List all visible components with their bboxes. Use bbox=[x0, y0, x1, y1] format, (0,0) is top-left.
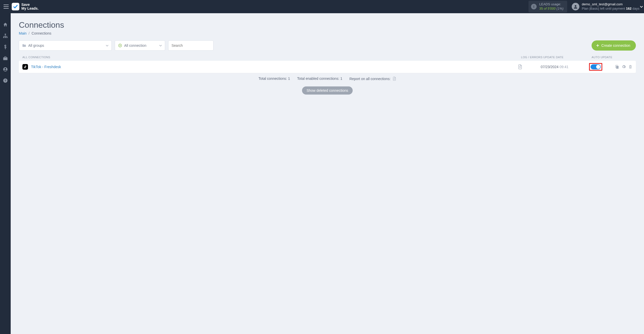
info-icon bbox=[531, 4, 537, 9]
briefcase-icon[interactable] bbox=[3, 55, 8, 61]
brand-line2: My Leads. bbox=[21, 7, 39, 10]
totals-row: Total connections: 1 Total enabled conne… bbox=[19, 77, 636, 81]
svg-rect-6 bbox=[6, 37, 7, 38]
document-icon[interactable] bbox=[393, 77, 396, 81]
row-actions bbox=[614, 65, 632, 69]
page-title: Connections bbox=[19, 20, 636, 30]
svg-point-2 bbox=[575, 5, 576, 7]
search-input[interactable] bbox=[171, 43, 210, 48]
show-deleted-button[interactable]: Show deleted connections bbox=[302, 86, 353, 95]
svg-rect-13 bbox=[616, 66, 619, 69]
create-connection-label: Create connection bbox=[601, 43, 630, 48]
topbar: Save My Leads. LEADS usage: 35 of 5'000 … bbox=[0, 0, 644, 13]
sidebar: ? bbox=[0, 13, 11, 334]
column-auto: AUTO UPDATE bbox=[592, 56, 632, 59]
toggle-highlight-box bbox=[589, 63, 602, 71]
auto-update-toggle[interactable] bbox=[591, 64, 601, 69]
svg-point-0 bbox=[534, 6, 534, 6]
leads-usage-badge[interactable]: LEADS usage: 35 of 5'000 (1%) bbox=[528, 1, 567, 12]
chevron-down-icon[interactable] bbox=[639, 5, 643, 9]
table-row: TikTok - Freshdesk 07/23/2024 09:41 bbox=[19, 61, 636, 73]
status-select[interactable]: All connection bbox=[115, 40, 165, 51]
update-date: 07/23/2024 09:41 bbox=[541, 65, 589, 69]
svg-rect-7 bbox=[3, 57, 8, 60]
total-enabled: Total enabled connections: 1 bbox=[297, 77, 342, 81]
svg-rect-3 bbox=[5, 34, 6, 35]
user-email: demo_sml_test@gmail.com bbox=[582, 2, 639, 7]
tiktok-icon bbox=[22, 64, 28, 70]
search-box bbox=[168, 40, 213, 51]
avatar-icon bbox=[572, 3, 579, 10]
brand-name: Save My Leads. bbox=[21, 3, 39, 10]
sitemap-icon[interactable] bbox=[3, 33, 8, 39]
chevron-down-icon bbox=[105, 44, 109, 47]
user-text: demo_sml_test@gmail.com Plan |Basic| lef… bbox=[582, 2, 639, 11]
help-icon[interactable]: ? bbox=[3, 78, 8, 83]
home-icon[interactable] bbox=[3, 22, 8, 27]
brand-line1: Save bbox=[21, 3, 39, 7]
folder-icon bbox=[22, 44, 26, 47]
user-menu[interactable]: demo_sml_test@gmail.com Plan |Basic| lef… bbox=[572, 2, 639, 11]
log-button[interactable] bbox=[518, 64, 541, 69]
svg-rect-4 bbox=[3, 37, 4, 38]
breadcrumb-main[interactable]: Main bbox=[19, 31, 26, 35]
column-log: LOG / ERRORS bbox=[520, 56, 543, 59]
create-connection-button[interactable]: Create connection bbox=[592, 40, 636, 51]
groups-select-label: All groups bbox=[28, 43, 44, 48]
gear-icon[interactable] bbox=[622, 65, 626, 69]
column-name: ALL CONNECTIONS bbox=[22, 56, 520, 59]
logo-icon bbox=[12, 3, 19, 10]
svg-rect-1 bbox=[534, 6, 534, 8]
chevron-down-icon bbox=[159, 44, 162, 47]
user-icon[interactable] bbox=[3, 67, 8, 72]
breadcrumb: Main / Connections bbox=[19, 31, 636, 35]
leads-label: LEADS usage: bbox=[539, 2, 563, 7]
report-all: Report on all connections: bbox=[349, 77, 396, 81]
column-date: UPDATE DATE bbox=[543, 56, 592, 59]
total-connections: Total connections: 1 bbox=[259, 77, 290, 81]
dollar-icon[interactable] bbox=[3, 44, 8, 50]
leads-text: LEADS usage: 35 of 5'000 (1%) bbox=[539, 2, 563, 11]
user-plan: Plan |Basic| left until payment 162 days bbox=[582, 7, 639, 11]
connection-name-link[interactable]: TikTok - Freshdesk bbox=[31, 65, 518, 69]
svg-point-9 bbox=[5, 68, 6, 70]
auto-update-cell bbox=[589, 63, 614, 71]
svg-rect-5 bbox=[5, 37, 6, 38]
breadcrumb-current: Connections bbox=[32, 31, 51, 35]
plus-icon bbox=[596, 44, 599, 47]
menu-toggle-icon[interactable] bbox=[3, 3, 10, 10]
main-content: Connections Main / Connections All group… bbox=[11, 13, 644, 334]
copy-icon[interactable] bbox=[615, 65, 619, 69]
trash-icon[interactable] bbox=[628, 65, 632, 69]
table-header: ALL CONNECTIONS LOG / ERRORS UPDATE DATE… bbox=[19, 54, 636, 61]
groups-select[interactable]: All groups bbox=[19, 40, 112, 51]
status-select-label: All connection bbox=[124, 43, 146, 48]
leads-used: 35 bbox=[539, 7, 543, 10]
play-circle-icon bbox=[118, 43, 122, 48]
breadcrumb-separator: / bbox=[28, 31, 30, 35]
svg-text:?: ? bbox=[4, 79, 6, 82]
filters-row: All groups All connection bbox=[19, 40, 636, 51]
